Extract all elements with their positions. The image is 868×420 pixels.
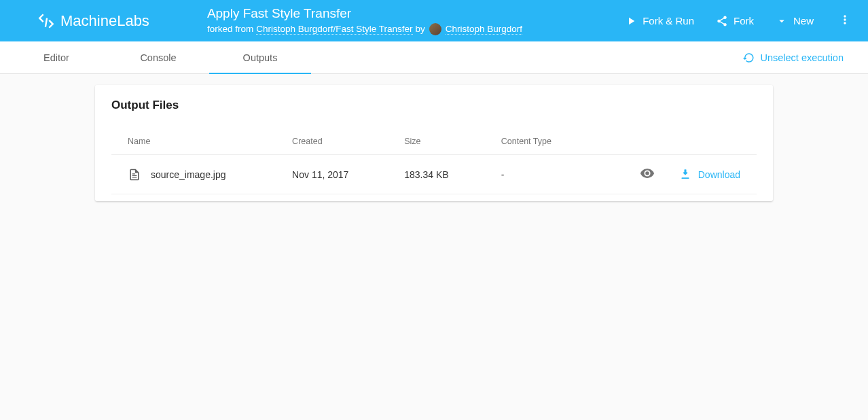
author-link[interactable]: Christoph Burgdorf: [446, 24, 522, 35]
overflow-menu-button[interactable]: [835, 13, 854, 29]
preview-icon[interactable]: [640, 166, 655, 181]
col-size: Size: [388, 128, 485, 155]
more-vert-icon: [838, 13, 852, 27]
download-icon: [679, 169, 691, 181]
unselect-execution-button[interactable]: Unselect execution: [742, 52, 844, 64]
unselect-label: Unselect execution: [760, 52, 844, 63]
brand-logo[interactable]: MachineLabs: [37, 12, 149, 30]
cell-content-type: -: [485, 155, 590, 194]
forked-from-link[interactable]: Christoph Burgdorf/Fast Style Transfer: [256, 24, 412, 35]
download-label: Download: [698, 169, 740, 180]
col-content-type: Content Type: [485, 128, 590, 155]
new-button[interactable]: New: [776, 15, 814, 27]
brand-name: MachineLabs: [60, 12, 149, 30]
chevron-down-icon: [776, 15, 788, 27]
by-text: by: [416, 24, 425, 34]
share-icon: [716, 15, 728, 27]
brand-icon: [37, 12, 55, 30]
tab-editor[interactable]: Editor: [5, 41, 107, 73]
card-title: Output Files: [111, 99, 757, 112]
tab-console[interactable]: Console: [107, 41, 209, 73]
play-icon: [625, 15, 637, 27]
tab-outputs[interactable]: Outputs: [209, 41, 311, 73]
app-header: MachineLabs Apply Fast Style Transfer fo…: [0, 0, 868, 41]
col-created: Created: [276, 128, 388, 155]
tabs-right: Unselect execution: [742, 41, 863, 73]
output-files-card: Output Files Name Created Size Content T…: [95, 85, 773, 201]
tabs-bar: Editor Console Outputs Unselect executio…: [0, 41, 868, 74]
fork-button[interactable]: Fork: [716, 15, 754, 27]
file-name: source_image.jpg: [151, 169, 226, 180]
cell-name: source_image.jpg: [111, 155, 276, 194]
project-info: Apply Fast Style Transfer forked from Ch…: [207, 6, 522, 35]
new-label: New: [793, 15, 814, 27]
project-title: Apply Fast Style Transfer: [207, 6, 522, 22]
cell-size: 183.34 KB: [388, 155, 485, 194]
file-icon: [128, 168, 141, 181]
fork-run-label: Fork & Run: [643, 15, 694, 27]
col-name: Name: [111, 128, 276, 155]
cell-created: Nov 11, 2017: [276, 155, 388, 194]
table-row: source_image.jpg Nov 11, 2017 183.34 KB …: [111, 155, 757, 194]
author-avatar: [429, 23, 441, 35]
output-files-table: Name Created Size Content Type source_im…: [111, 128, 757, 194]
project-fork-line: forked from Christoph Burgdorf/Fast Styl…: [207, 23, 522, 35]
download-button[interactable]: Download: [679, 169, 740, 181]
restore-icon: [742, 52, 755, 64]
content-area: Output Files Name Created Size Content T…: [0, 74, 868, 212]
table-header-row: Name Created Size Content Type: [111, 128, 757, 155]
forked-prefix: forked from: [207, 24, 253, 34]
header-actions: Fork & Run Fork New: [625, 13, 854, 29]
fork-and-run-button[interactable]: Fork & Run: [625, 15, 694, 27]
col-actions: [589, 128, 757, 155]
fork-label: Fork: [734, 15, 754, 27]
cell-actions: Download: [589, 155, 757, 194]
